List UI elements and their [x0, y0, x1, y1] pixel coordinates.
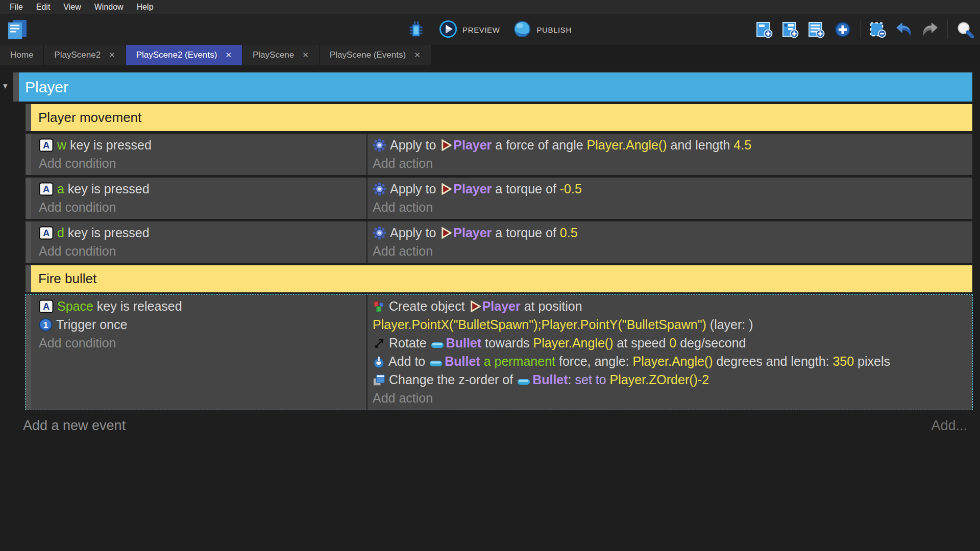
svg-text:A: A — [43, 184, 50, 194]
tab-label: PlayScene — [253, 50, 294, 60]
add-more-button[interactable]: Add... — [931, 418, 967, 434]
event-drag-handle[interactable] — [26, 295, 31, 410]
expression: 350 — [832, 354, 854, 368]
add-subevent-icon[interactable] — [782, 21, 799, 38]
expression: Player.PointX("BulletSpawn");Player.Poin… — [373, 317, 706, 332]
action[interactable]: Apply to Player a torque of 0.5 — [373, 223, 967, 242]
keyboard-icon: A — [39, 299, 57, 313]
menu-item-edit[interactable]: Edit — [30, 3, 57, 12]
delete-selection-icon[interactable] — [869, 21, 887, 38]
add-condition-button[interactable]: Add condition — [39, 242, 362, 260]
action[interactable]: Add to Bullet a permanent force, angle: … — [373, 352, 967, 370]
tab-playscene-events[interactable]: PlayScene (Events)✕ — [320, 45, 431, 65]
actions-cell[interactable]: Apply to Player a torque of -0.5Add acti… — [368, 178, 972, 219]
action[interactable]: Change the z-order of Bullet: set to Pla… — [373, 370, 967, 389]
menu-item-help[interactable]: Help — [130, 3, 160, 12]
tab-close-icon[interactable]: ✕ — [302, 51, 309, 60]
action[interactable]: Create object Player at position Player.… — [373, 297, 967, 334]
conditions-cell[interactable]: Ad key is pressedAdd condition — [31, 221, 368, 263]
conditions-cell[interactable]: Aa key is pressedAdd condition — [31, 178, 368, 219]
expression: 0 — [669, 336, 676, 350]
event-drag-handle[interactable] — [26, 265, 31, 292]
comment-event[interactable]: Player movement — [26, 104, 972, 131]
action[interactable]: Rotate Bullet towards Player.Angle() at … — [373, 334, 967, 352]
text: pixels — [854, 354, 890, 368]
tab-bar: HomePlayScene2✕PlayScene2 (Events)✕PlayS… — [0, 45, 980, 65]
key-name: w — [57, 138, 70, 152]
condition[interactable]: ASpace key is released — [39, 297, 362, 315]
text: Apply to — [390, 182, 439, 196]
tab-close-icon[interactable]: ✕ — [109, 51, 115, 60]
add-new-event-button[interactable]: Add a new event — [23, 418, 126, 434]
preview-button[interactable]: PREVIEW — [439, 20, 500, 40]
actions-cell[interactable]: Create object Player at position Player.… — [368, 295, 972, 410]
undo-icon[interactable] — [895, 21, 913, 38]
event-drag-handle[interactable] — [26, 221, 31, 263]
action[interactable]: Apply to Player a torque of -0.5 — [373, 180, 967, 198]
action[interactable]: Apply to Player a force of angle Player.… — [373, 136, 967, 154]
event-children: Player movementAw key is pressedAdd cond… — [26, 104, 972, 410]
text: key is pressed — [68, 226, 150, 240]
event-drag-handle[interactable] — [26, 134, 31, 175]
group-header[interactable]: Player — [19, 72, 972, 102]
object-name: Player — [453, 138, 492, 152]
condition[interactable]: Aa key is pressed — [39, 180, 362, 198]
collapse-group-icon[interactable]: ▾ — [3, 81, 8, 91]
menu-item-window[interactable]: Window — [88, 3, 130, 12]
add-event-icon[interactable] — [756, 21, 773, 38]
standard-event[interactable]: Aa key is pressedAdd conditionApply to P… — [26, 178, 972, 219]
group-event[interactable]: Player — [13, 72, 972, 102]
actions-cell[interactable]: Apply to Player a torque of 0.5Add actio… — [368, 221, 972, 263]
tab-playscene[interactable]: PlayScene✕ — [242, 45, 320, 65]
standard-event[interactable]: Ad key is pressedAdd conditionApply to P… — [26, 221, 972, 263]
force-icon — [373, 182, 390, 196]
add-action-button[interactable]: Add action — [373, 198, 967, 216]
condition[interactable]: Aw key is pressed — [39, 136, 362, 154]
object-name: Bullet — [532, 372, 568, 387]
conditions-cell[interactable]: ASpace key is released1Trigger onceAdd c… — [31, 295, 368, 410]
tab-home[interactable]: Home — [0, 45, 44, 65]
trigger-once-icon: 1 — [39, 317, 56, 332]
project-manager-icon[interactable] — [6, 18, 29, 41]
menu-item-view[interactable]: View — [57, 3, 87, 12]
add-action-button[interactable]: Add action — [373, 154, 967, 172]
text: key is pressed — [68, 182, 150, 196]
tab-close-icon[interactable]: ✕ — [414, 51, 421, 60]
expression: Player.Angle() — [633, 354, 713, 368]
tab-playscene2[interactable]: PlayScene2✕ — [44, 45, 126, 65]
add-action-button[interactable]: Add action — [373, 389, 967, 407]
actions-cell[interactable]: Apply to Player a force of angle Player.… — [368, 134, 972, 175]
tab-close-icon[interactable]: ✕ — [225, 51, 232, 60]
conditions-cell[interactable]: Aw key is pressedAdd condition — [31, 134, 368, 175]
object-name: Bullet — [446, 336, 481, 350]
comment-text[interactable]: Fire bullet — [31, 265, 972, 292]
force-icon — [373, 226, 390, 240]
key-name: a permanent — [480, 354, 555, 368]
tab-playscene2-events[interactable]: PlayScene2 (Events)✕ — [126, 45, 242, 65]
condition[interactable]: Ad key is pressed — [39, 223, 362, 242]
svg-text:A: A — [43, 301, 50, 312]
add-condition-button[interactable]: Add condition — [39, 334, 362, 352]
add-circle-icon[interactable] — [834, 21, 851, 38]
search-icon[interactable] — [957, 21, 974, 38]
event-drag-handle[interactable] — [13, 72, 19, 102]
event-drag-handle[interactable] — [26, 104, 31, 131]
menu-item-file[interactable]: File — [3, 3, 30, 12]
redo-icon[interactable] — [921, 21, 939, 38]
comment-text[interactable]: Player movement — [31, 104, 972, 131]
operator: set to — [575, 372, 610, 387]
event-drag-handle[interactable] — [26, 178, 31, 219]
add-comment-event-icon[interactable] — [808, 21, 825, 38]
debug-icon[interactable] — [408, 21, 426, 38]
add-condition-button[interactable]: Add condition — [39, 154, 362, 172]
add-action-button[interactable]: Add action — [373, 242, 967, 260]
publish-button[interactable]: PUBLISH — [513, 20, 572, 40]
standard-event[interactable]: ASpace key is released1Trigger onceAdd c… — [26, 295, 972, 410]
add-condition-button[interactable]: Add condition — [39, 198, 362, 216]
comment-event[interactable]: Fire bullet — [26, 265, 972, 292]
expression: 4.5 — [733, 138, 751, 152]
standard-event[interactable]: Aw key is pressedAdd conditionApply to P… — [26, 134, 972, 175]
keyboard-icon: A — [39, 226, 57, 240]
text: Change the z-order of — [389, 372, 517, 387]
condition[interactable]: 1Trigger once — [39, 315, 362, 334]
